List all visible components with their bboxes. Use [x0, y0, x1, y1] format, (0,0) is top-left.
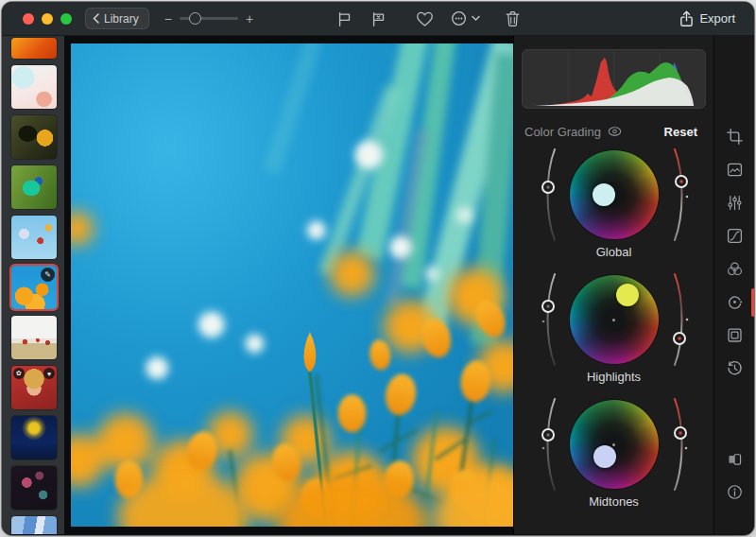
tool-curves[interactable]	[714, 220, 754, 251]
tool-color-grading[interactable]	[714, 286, 754, 318]
wheel-label: Midtones	[522, 494, 706, 509]
share-export-icon	[679, 10, 694, 27]
reset-button[interactable]: Reset	[659, 124, 703, 140]
curves-icon	[726, 227, 744, 245]
global-right-arc-slider[interactable]	[669, 146, 690, 244]
fullscreen-button[interactable]	[60, 13, 72, 25]
midtones-right-arc-slider[interactable]	[669, 395, 690, 494]
toolbar: Library − +	[2, 2, 754, 36]
global-hue-wheel[interactable]	[570, 150, 659, 239]
color-grading-icon	[726, 293, 744, 311]
toolbar-icon-group	[335, 8, 523, 29]
compare-button[interactable]	[714, 443, 754, 475]
tool-history[interactable]	[714, 353, 754, 384]
histogram	[522, 49, 706, 109]
eye-icon	[608, 126, 622, 137]
favorite-badge: ♥	[43, 368, 55, 379]
color-wheel-midtones: Midtones	[522, 400, 706, 517]
midtones-wheel-knob[interactable]	[593, 445, 616, 468]
thumbnail-sidebar: ✎ ✿ ♥	[2, 36, 64, 534]
midtones-left-arc-slider[interactable]	[540, 395, 560, 494]
thumbnail-hummingbird-dark[interactable]	[11, 115, 57, 159]
edited-badge: ✎	[41, 268, 55, 282]
editor-canvas	[64, 36, 513, 534]
ellipsis-circle-icon	[451, 9, 469, 27]
tool-channels[interactable]	[714, 253, 754, 285]
zoom-slider-knob[interactable]	[189, 12, 201, 25]
effect-badge: ✿	[13, 368, 25, 379]
rail-bottom-group	[714, 443, 754, 534]
global-left-arc-slider[interactable]	[540, 146, 560, 244]
library-back-button[interactable]: Library	[85, 8, 149, 29]
info-icon	[726, 483, 744, 501]
pencil-icon: ✎	[44, 270, 51, 279]
crop-icon	[726, 128, 744, 146]
thumbnail-water-drops[interactable]	[11, 65, 57, 109]
rgb-circles-icon	[726, 260, 744, 278]
tool-rail	[713, 36, 754, 534]
app-window: Library − +	[2, 2, 754, 535]
close-button[interactable]	[23, 13, 34, 25]
delete-button[interactable]	[503, 9, 523, 29]
wheel-label: Global	[522, 245, 706, 259]
zoom-slider[interactable]	[180, 17, 238, 20]
image-icon	[726, 161, 744, 179]
color-wheel-global: Global	[522, 150, 706, 268]
thumbnail-hummingbird-green[interactable]	[11, 165, 57, 209]
highlights-right-arc-slider[interactable]	[669, 270, 690, 369]
more-options-button[interactable]	[449, 8, 482, 29]
zoom-in-button[interactable]: +	[246, 11, 253, 26]
thumbnail-orange-flower[interactable]	[11, 38, 57, 59]
color-wheel-highlights: Highlights	[522, 275, 706, 392]
history-clock-icon	[726, 359, 744, 377]
library-label: Library	[104, 12, 139, 26]
chevron-down-icon	[472, 15, 480, 22]
flower-icon: ✿	[16, 370, 22, 377]
reject-flag-button[interactable]	[369, 9, 389, 29]
thumbnail-jellyfish[interactable]	[11, 416, 57, 459]
zoom-control: − +	[164, 11, 253, 26]
trash-icon	[505, 10, 521, 27]
thumbnail-dark-flowers[interactable]	[11, 466, 57, 510]
export-button[interactable]: Export	[674, 9, 741, 28]
chevron-left-icon	[93, 13, 99, 24]
zoom-out-button[interactable]: −	[164, 11, 172, 26]
thumbnail-balloons[interactable]	[11, 216, 57, 259]
histogram-chart	[523, 50, 705, 108]
minimize-button[interactable]	[42, 13, 53, 25]
heart-icon	[416, 10, 434, 27]
visibility-toggle-button[interactable]	[608, 126, 622, 137]
wheel-label: Highlights	[522, 370, 706, 384]
rail-spacer	[714, 386, 754, 443]
highlights-hue-wheel[interactable]	[570, 275, 659, 364]
flag-button[interactable]	[335, 9, 355, 29]
wheel-center-dot	[612, 443, 615, 446]
export-label: Export	[699, 11, 735, 26]
thumbnail-skyscraper[interactable]	[11, 516, 57, 534]
sliders-icon	[726, 194, 744, 212]
thumbnail-poppy-field[interactable]	[11, 316, 57, 359]
global-wheel-knob[interactable]	[593, 183, 615, 206]
tool-crop[interactable]	[714, 121, 754, 152]
thumbnail-poppies-selected[interactable]: ✎	[11, 266, 57, 309]
adjustments-panel: Color Grading Reset	[513, 36, 713, 534]
favorite-button[interactable]	[414, 9, 436, 29]
flag-icon	[336, 10, 353, 27]
heart-icon: ♥	[47, 371, 51, 377]
color-grading-label: Color Grading	[524, 125, 601, 139]
tool-vignette-frame[interactable]	[714, 320, 754, 351]
midtones-hue-wheel[interactable]	[570, 400, 659, 489]
poppies-image	[71, 43, 513, 527]
info-button[interactable]	[714, 476, 754, 508]
wheel-center-dot	[612, 319, 615, 321]
highlights-left-arc-slider[interactable]	[540, 270, 560, 369]
thumbnail-child-portrait[interactable]: ✿ ♥	[11, 366, 57, 409]
compare-icon	[726, 450, 744, 468]
tool-adjustments[interactable]	[714, 187, 754, 218]
flag-reject-icon	[370, 10, 387, 27]
color-grading-header: Color Grading Reset	[522, 121, 706, 142]
photo-poppies[interactable]	[71, 43, 513, 527]
tool-repair-image[interactable]	[714, 154, 754, 185]
square-in-square-icon	[726, 326, 744, 344]
highlights-wheel-knob[interactable]	[616, 284, 639, 306]
